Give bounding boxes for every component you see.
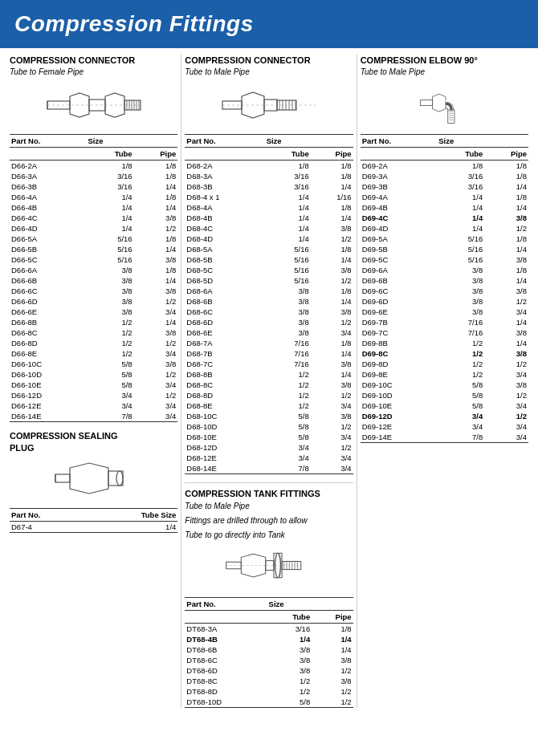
pipe-size: 3/8: [134, 286, 178, 296]
pipe-size: 3/8: [134, 359, 178, 369]
table-row: D68-10D5/81/2: [185, 421, 353, 432]
tube-size: 3/8: [87, 307, 134, 317]
tube-size: 7/16: [265, 348, 311, 359]
section-subtitle-connector-male: Tube to Male Pipe: [185, 67, 353, 76]
svg-rect-42: [421, 100, 433, 105]
table-row: D69-2A1/81/8: [361, 161, 528, 172]
pipe-size: 1/4: [484, 181, 528, 192]
column-2: COMPRESSION CONNECTOR Tube to Male Pipe: [181, 55, 357, 708]
tube-size: 3/8: [265, 307, 311, 317]
table-row: D66-5B5/161/4: [10, 244, 177, 254]
table-row: D69-10C5/83/8: [361, 380, 528, 390]
tube-size: 3/8: [265, 296, 311, 307]
part-no: D69-10C: [361, 380, 438, 390]
pipe-size: 1/2: [484, 359, 528, 369]
part-no: D68-4D: [185, 234, 264, 244]
tube-size: 1/4: [87, 192, 134, 202]
tube-size: 1/4: [265, 213, 311, 223]
th-part-no: Part No.: [10, 135, 87, 148]
part-no: D68-12D: [185, 442, 264, 453]
tube-size: 1/8: [87, 161, 134, 172]
tube-size: 5/16: [437, 234, 484, 244]
tube-size: 5/8: [87, 380, 134, 390]
table-row: D69-8D1/21/2: [361, 359, 528, 369]
part-no: D68-6E: [185, 327, 264, 338]
table-row: D69-7B7/161/4: [361, 317, 528, 327]
part-no: D66-8D: [10, 338, 87, 348]
section-subtitle-elbow: Tube to Male Pipe: [361, 67, 528, 76]
pipe-size: 1/8: [311, 286, 353, 296]
part-no: D68-4B: [185, 213, 264, 223]
pipe-size: 1/8: [484, 265, 528, 275]
th-part-no-plug: Part No.: [10, 508, 87, 521]
tube-size: 3/8: [267, 655, 312, 665]
pipe-size: 3/4: [311, 463, 353, 474]
tube-size: 7/16: [437, 327, 484, 338]
tube-size: 1/2: [87, 327, 134, 338]
connector-male-table: Part No. Size Tube Pipe D68-2A1/81/8D68-…: [185, 134, 353, 474]
th-part-no-male: Part No.: [185, 135, 264, 148]
table-row: D66-6A3/81/8: [10, 265, 177, 275]
pipe-size: 1/4: [311, 181, 353, 192]
table-row: D69-12E3/43/4: [361, 421, 528, 432]
tube-size: 7/8: [265, 463, 311, 474]
tube-size: 5/16: [87, 254, 134, 265]
table-row: D66-4B1/41/4: [10, 202, 177, 213]
pipe-size: 3/8: [134, 254, 178, 265]
table-row: D68-4D1/41/2: [185, 234, 353, 244]
tube-size: 5/8: [267, 697, 312, 708]
pipe-size: 3/8: [134, 213, 178, 223]
tube-size: 1/4: [87, 521, 177, 532]
tank-fitting-svg: [225, 546, 313, 590]
pipe-size: 3/4: [311, 400, 353, 411]
pipe-size: 1/8: [311, 202, 353, 213]
part-no: D66-4B: [10, 202, 87, 213]
part-no: D68-6C: [185, 307, 264, 317]
table-row: D69-8E1/23/4: [361, 369, 528, 380]
part-no: DT68-6D: [185, 665, 267, 676]
table-row: D68-4 x 11/41/16: [185, 192, 353, 202]
tube-size: 3/16: [437, 171, 484, 181]
th-tube-elbow: Tube: [437, 148, 484, 161]
part-no: DT68-10D: [185, 697, 267, 708]
section-title-sealing-plug: COMPRESSION SEALINGPLUG: [10, 430, 177, 453]
tube-size: 3/8: [437, 307, 484, 317]
th-size-elbow: Size: [437, 135, 528, 148]
table-row: D68-6E3/83/4: [185, 327, 353, 338]
part-no: D66-5B: [10, 244, 87, 254]
table-row: D66-8C1/23/8: [10, 327, 177, 338]
table-row: D66-10D5/81/2: [10, 369, 177, 380]
tube-size: 1/2: [265, 380, 311, 390]
pipe-size: 1/8: [311, 171, 353, 181]
part-no: D68-3B: [185, 181, 264, 192]
pipe-size: 1/4: [484, 275, 528, 286]
svg-marker-13: [70, 463, 108, 494]
tube-size: 3/16: [87, 181, 134, 192]
table-row: D67-41/4: [10, 521, 177, 532]
svg-rect-44: [448, 110, 454, 124]
part-no: D66-5C: [10, 254, 87, 265]
sealing-plug-image: [10, 455, 177, 503]
pipe-size: 3/8: [484, 380, 528, 390]
th-tube-size-plug: Tube Size: [87, 508, 177, 521]
tube-size: 5/8: [265, 411, 311, 421]
tube-size: 5/16: [437, 254, 484, 265]
table-row: D69-12D3/41/2: [361, 411, 528, 421]
part-no: D68-4C: [185, 223, 264, 234]
pipe-size: 1/2: [311, 442, 353, 453]
elbow-svg: [419, 83, 469, 128]
th-part-no-tank: Part No.: [185, 597, 267, 610]
part-no: D69-10E: [361, 400, 438, 411]
pipe-size: 1/8: [134, 234, 178, 244]
part-no: D66-2A: [10, 161, 87, 172]
pipe-size: 3/8: [311, 359, 353, 369]
table-row: D68-2A1/81/8: [185, 161, 353, 172]
tank-table: Part No. Size Tube Pipe DT68-3A3/161/8DT…: [185, 597, 353, 708]
tube-size: 1/8: [265, 161, 311, 172]
pipe-size: 1/2: [311, 421, 353, 432]
tube-size: 3/8: [265, 327, 311, 338]
table-row: DT68-8C1/23/8: [185, 676, 353, 686]
tube-size: 3/16: [265, 181, 311, 192]
part-no: D68-8B: [185, 369, 264, 380]
section-title-tank: COMPRESSION TANK FITTINGS: [185, 488, 353, 499]
